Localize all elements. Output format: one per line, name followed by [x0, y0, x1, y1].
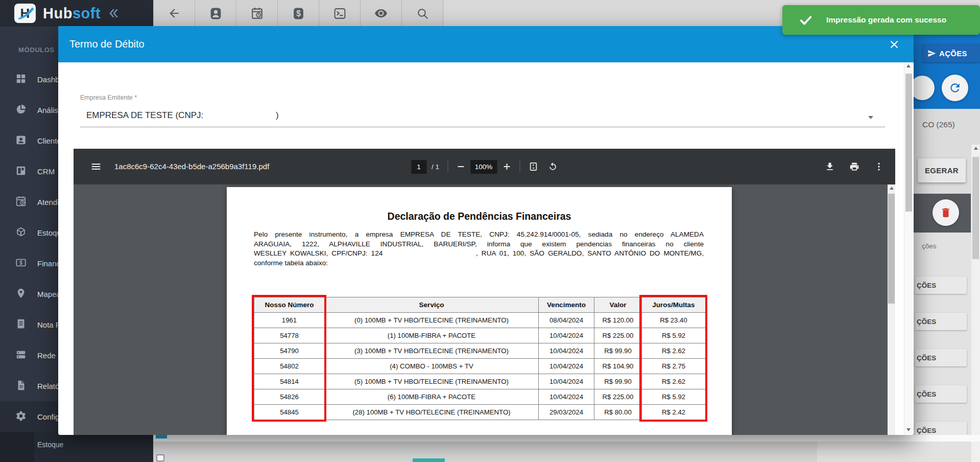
scrollbar-thumb[interactable] [888, 194, 895, 304]
tab-indicator [156, 435, 167, 438]
download-icon[interactable] [825, 161, 835, 172]
zoom-level-input[interactable]: 100% [470, 160, 497, 174]
row-acoes-button[interactable]: ÇÕES [915, 276, 967, 294]
table-cell: R$ 5.92 [642, 389, 706, 405]
pie-chart-icon [15, 104, 28, 116]
pdf-filename: 1ac8c6c9-62c4-43ed-b5de-a256b9a3f119.pdf [114, 162, 269, 171]
refresh-button[interactable] [942, 75, 968, 101]
refresh-icon [948, 81, 962, 95]
crm-icon [15, 165, 28, 177]
document-title: Declaração de Pendências Financeiras [227, 211, 732, 222]
col-header: Valor [594, 297, 642, 313]
fit-page-icon[interactable] [528, 161, 538, 172]
pdf-scrollbar[interactable] [888, 184, 895, 435]
contact-icon[interactable] [195, 0, 236, 27]
more-options-icon[interactable] [874, 161, 884, 172]
pdf-page-controls: 1 / 1 100% [411, 149, 558, 184]
row-acoes-button[interactable]: ÇÕES [915, 313, 967, 330]
table-row: 54826(6) 100MB-FIBRA + PACOTE10/04/2024R… [254, 389, 706, 405]
paragraph-line: Pelo presente instrumento, a empresa EMP… [254, 230, 704, 240]
col-header: Nosso Número [254, 297, 325, 313]
table-row: 1961(0) 100MB + TV HBO/TELECINE (TREINAM… [254, 313, 706, 328]
table-cell: (5) 100MB + TV HBO/TELECINE (TREINAMENTO… [325, 374, 539, 389]
sidebar-submenu-strip [0, 432, 34, 462]
server-icon [15, 349, 28, 361]
table-cell: (28) 100MB + TV HBO/TELECINE (TREINAMENT… [325, 405, 539, 420]
table-cell: R$ 99.90 [594, 374, 642, 389]
zoom-out-icon[interactable] [456, 162, 465, 171]
sidebar-item-label: CRM [37, 167, 55, 176]
row-acoes-button[interactable]: ÇÕES [915, 385, 967, 403]
quick-toolbar: $ [153, 0, 444, 27]
acoes-button[interactable]: AÇÕES [922, 44, 980, 62]
modal-scrollbar[interactable] [904, 62, 913, 434]
pdf-menu-icon[interactable] [91, 161, 101, 172]
table-cell: R$ 99.90 [594, 343, 642, 359]
table-cell: (3) 100MB + TV HBO/TELECINE (TREINAMENTO… [325, 343, 539, 359]
table-row: 54778(1) 100MB-FIBRA + PACOTE10/04/2024R… [254, 328, 706, 343]
pdf-action-icons [825, 149, 884, 184]
zoom-in-icon[interactable] [502, 162, 511, 171]
row-checkbox[interactable] [156, 454, 164, 461]
terminal-icon[interactable] [319, 0, 361, 27]
dashboard-icon [15, 73, 28, 85]
billing-icon[interactable]: $ [278, 0, 319, 27]
schedule-icon[interactable] [236, 0, 278, 27]
scrollbar-thumb[interactable] [972, 157, 979, 259]
search-icon[interactable] [402, 0, 443, 27]
trash-icon [940, 206, 952, 219]
table-header-row: Nosso Número Serviço Vencimento Valor Ju… [254, 297, 706, 313]
scroll-up-icon[interactable] [906, 64, 911, 67]
table-header-strip [153, 435, 980, 442]
brand-area: H Hubsoft [0, 0, 153, 27]
table-cell: (4) COMBO - 100MBS + TV [325, 359, 539, 374]
table-cell: R$ 2.62 [642, 343, 706, 359]
termo-debito-modal: Termo de Débito Empresa Emitente * EMPRE… [58, 26, 914, 435]
table-cell: R$ 225.00 [594, 328, 642, 343]
hidden-circle-button[interactable] [910, 76, 935, 100]
scroll-up-icon[interactable] [890, 187, 894, 190]
table-cell: R$ 23.40 [642, 313, 706, 328]
chevron-down-icon[interactable] [868, 116, 873, 119]
table-cell: R$ 2.62 [642, 374, 706, 389]
table-cell: 54802 [254, 359, 325, 374]
print-icon[interactable] [849, 161, 859, 172]
empresa-emitente-select[interactable]: EMPRESA DE TESTE (CNPJ: ) [86, 110, 279, 121]
document-paragraph: Pelo presente instrumento, a empresa EMP… [254, 230, 704, 268]
generate-button[interactable]: EGERAR [918, 158, 966, 182]
app-root: H Hubsoft $ MÓDULOS Dashboard Análises [0, 0, 980, 462]
rotate-icon[interactable] [547, 161, 558, 172]
table-cell: R$ 104.90 [594, 359, 642, 374]
select-underline [80, 127, 885, 127]
toolbar-divider [519, 161, 520, 172]
page-scrollbar[interactable] [971, 145, 980, 462]
table-row: 54814(5) 100MB + TV HBO/TELECINE (TREINA… [254, 374, 706, 389]
table-cell: (6) 100MB-FIBRA + PACOTE [325, 389, 539, 405]
delete-button[interactable] [933, 199, 959, 226]
check-icon [799, 13, 813, 27]
back-button[interactable] [154, 0, 195, 27]
table-cell: 54814 [254, 374, 325, 389]
calendar-clock-icon [15, 196, 28, 208]
paragraph-line: conforme tabela abaixo: [254, 259, 704, 268]
svg-text:$: $ [19, 260, 22, 266]
collapse-sidebar-icon[interactable] [108, 7, 120, 19]
receipt-icon [15, 318, 28, 331]
table-cell: 54845 [254, 405, 325, 420]
toolbar-divider [447, 161, 448, 172]
col-header: Juros/Multas [642, 297, 706, 313]
page-number-input[interactable]: 1 [411, 160, 426, 174]
table-cell: R$ 225.00 [594, 389, 642, 405]
svg-text:$: $ [296, 9, 301, 18]
close-icon[interactable] [889, 39, 899, 50]
scroll-down-icon[interactable] [906, 428, 911, 431]
sidebar-subitem-estoque[interactable]: Estoque [37, 441, 63, 449]
pdf-content-area: Declaração de Pendências Financeiras Pel… [74, 184, 895, 435]
row-acoes-button[interactable]: ÇÕES [915, 349, 967, 366]
view-icon[interactable] [361, 0, 402, 27]
paragraph-line: ARAGUAIA, 1222, ALPHAVILLE INDUSTRIAL, B… [254, 240, 704, 249]
scroll-up-icon[interactable] [974, 147, 978, 150]
table-cell: (1) 100MB-FIBRA + PACOTE [325, 328, 539, 343]
scrollbar-thumb[interactable] [905, 74, 912, 212]
toast-message: Impressão gerada com sucesso [826, 15, 946, 25]
